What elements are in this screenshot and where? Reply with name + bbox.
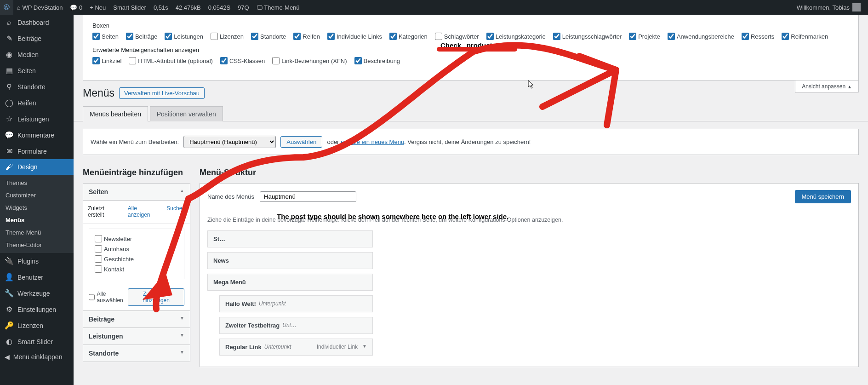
sidebar-item-reifen[interactable]: ◯Reifen bbox=[0, 95, 74, 111]
box-check-reifenmarken[interactable]: Reifenmarken bbox=[782, 33, 828, 40]
box-check-seiten[interactable]: Seiten bbox=[92, 33, 119, 40]
box-check-ressorts[interactable]: Ressorts bbox=[742, 33, 774, 40]
sidebar-item-werkzeuge[interactable]: 🔧Werkzeuge bbox=[0, 285, 74, 301]
live-preview-button[interactable]: Verwalten mit Live-Vorschau bbox=[119, 87, 205, 99]
sidebar-item-design[interactable]: 🖌Design bbox=[0, 159, 74, 175]
sidebar-item-lizenzen[interactable]: 🔑Lizenzen bbox=[0, 317, 74, 333]
sidebar-item-benutzer[interactable]: 👤Benutzer bbox=[0, 269, 74, 285]
adminbar-wp-logo[interactable]: Ⓦ bbox=[0, 0, 13, 15]
box-check-individuelle-links[interactable]: Individuelle Links bbox=[327, 33, 382, 40]
box-check-anwendungsbereiche[interactable]: Anwendungsbereiche bbox=[668, 33, 734, 40]
create-new-menu-link[interactable]: erstelle ein neues Menü bbox=[341, 138, 404, 145]
adminbar-site[interactable]: ⌂ WP DevStation bbox=[13, 0, 66, 15]
admin-sidebar: ⌕Dashboard✎Beiträge◉Medien▤Seiten⚲Stando… bbox=[0, 15, 74, 376]
sidebar-sub-theme-editor[interactable]: Theme-Editor bbox=[0, 239, 74, 251]
adminbar-comments[interactable]: 💬 0 bbox=[66, 0, 86, 15]
pages-tab-recent[interactable]: Zuletzt erstellt bbox=[83, 201, 123, 224]
box-check-beiträge[interactable]: Beiträge bbox=[126, 33, 157, 40]
menu-icon: 👤 bbox=[5, 273, 14, 282]
save-menu-button[interactable]: Menü speichern bbox=[795, 190, 851, 203]
tab-edit-menus[interactable]: Menüs bearbeiten bbox=[83, 106, 148, 121]
sidebar-sub-customizer[interactable]: Customizer bbox=[0, 189, 74, 201]
sidebar-sub-widgets[interactable]: Widgets bbox=[0, 201, 74, 214]
sidebar-item-leistungen[interactable]: ☆Leistungen bbox=[0, 111, 74, 127]
select-all-pages[interactable]: Alle auswählen bbox=[89, 291, 128, 304]
menu-item-bar[interactable]: St… bbox=[207, 230, 373, 247]
sidebar-item-dashboard[interactable]: ⌕Dashboard bbox=[0, 15, 74, 30]
menu-structure-heading: Menü-Struktur bbox=[200, 168, 859, 178]
menu-icon: ✉ bbox=[5, 147, 14, 155]
adv-check-link-beziehungen-(xfn)[interactable]: Link-Beziehungen (XFN) bbox=[272, 57, 347, 64]
boxes-legend: Boxen bbox=[92, 22, 849, 29]
accordion-services-head[interactable]: Leistungen▼ bbox=[83, 328, 190, 345]
adv-check-html-attribut-title-(optional)[interactable]: HTML-Attribut title (optional) bbox=[129, 57, 213, 64]
menu-icon: ✎ bbox=[5, 34, 14, 43]
box-check-standorte[interactable]: Standorte bbox=[251, 33, 286, 40]
sidebar-item-standorte[interactable]: ⚲Standorte bbox=[0, 79, 74, 95]
box-check-leistungskategorie[interactable]: Leistungskategorie bbox=[486, 33, 546, 40]
plus-icon: + bbox=[90, 4, 93, 11]
adminbar-perf3[interactable]: 0,0542S bbox=[205, 0, 234, 15]
sidebar-sub-themes[interactable]: Themes bbox=[0, 177, 74, 189]
menu-select[interactable]: Hauptmenü (Hauptmenü) bbox=[183, 136, 276, 148]
adminbar-perf1[interactable]: 0,51s bbox=[150, 0, 172, 15]
sidebar-item-plugins[interactable]: 🔌Plugins bbox=[0, 253, 74, 269]
home-icon: ⌂ bbox=[17, 4, 21, 11]
box-check-leistungen[interactable]: Leistungen bbox=[165, 33, 203, 40]
wordpress-icon: Ⓦ bbox=[4, 3, 10, 11]
menu-icon: ◐ bbox=[5, 337, 14, 346]
sidebar-item-beiträge[interactable]: ✎Beiträge bbox=[0, 30, 74, 46]
page-item-newsletter[interactable]: Newsletter bbox=[95, 234, 178, 244]
collapse-menu[interactable]: ◀ Menü einklappen bbox=[0, 350, 74, 364]
accordion-locations-head[interactable]: Standorte▼ bbox=[83, 345, 190, 362]
sidebar-sub-theme-menü[interactable]: Theme-Menü bbox=[0, 226, 74, 239]
menu-item-bar[interactable]: Hallo Welt!Unterpunkt bbox=[219, 295, 373, 312]
sidebar-item-smart slider[interactable]: ◐Smart Slider bbox=[0, 333, 74, 350]
screen-options-tab[interactable]: Ansicht anpassen▲ bbox=[795, 80, 859, 93]
box-check-leistungsschlagwörter[interactable]: Leistungsschlagwörter bbox=[553, 33, 622, 40]
menu-icon: 🔑 bbox=[5, 321, 14, 330]
menu-name-input[interactable] bbox=[260, 191, 356, 202]
comment-icon: 💬 bbox=[70, 4, 77, 11]
accordion-posts-head[interactable]: Beiträge▼ bbox=[83, 310, 190, 328]
adv-check-css-klassen[interactable]: CSS-Klassen bbox=[220, 57, 265, 64]
menu-item-bar[interactable]: News bbox=[207, 252, 373, 269]
select-button[interactable]: Auswählen bbox=[280, 136, 322, 148]
tab-manage-positions[interactable]: Positionen verwalten bbox=[150, 106, 223, 121]
sidebar-item-seiten[interactable]: ▤Seiten bbox=[0, 63, 74, 79]
add-to-menu-button[interactable]: Zum Menü hinzufügen bbox=[128, 288, 184, 306]
pages-tab-all[interactable]: Alle anzeigen bbox=[123, 201, 162, 224]
menu-item-bar[interactable]: Mega Menü bbox=[207, 274, 373, 291]
box-check-kategorien[interactable]: Kategorien bbox=[389, 33, 428, 40]
annotation-check-products: Check „products" here bbox=[440, 41, 516, 49]
sidebar-item-kommentare[interactable]: 💬Kommentare bbox=[0, 127, 74, 143]
page-item-autohaus[interactable]: Autohaus bbox=[95, 244, 178, 254]
sidebar-item-medien[interactable]: ◉Medien bbox=[0, 46, 74, 63]
box-check-projekte[interactable]: Projekte bbox=[629, 33, 660, 40]
chevron-down-icon[interactable]: ▼ bbox=[362, 344, 367, 351]
page-item-geschichte[interactable]: Geschichte bbox=[95, 254, 178, 264]
adminbar-perf4[interactable]: 97Q bbox=[234, 0, 253, 15]
adv-check-linkziel[interactable]: Linkziel bbox=[92, 57, 121, 64]
adminbar-smartslider[interactable]: Smart Slider bbox=[109, 0, 150, 15]
adminbar-perf2[interactable]: 42.476kB bbox=[172, 0, 205, 15]
page-item-kontakt[interactable]: Kontakt bbox=[95, 264, 178, 274]
cursor-icon bbox=[528, 80, 535, 89]
adminbar-new[interactable]: + Neu bbox=[86, 0, 109, 15]
box-check-reifen[interactable]: Reifen bbox=[293, 33, 320, 40]
sidebar-item-einstellungen[interactable]: ⚙Einstellungen bbox=[0, 301, 74, 317]
pages-tab-search[interactable]: Suchen bbox=[162, 201, 190, 224]
menu-icon: ◉ bbox=[5, 50, 14, 59]
menu-item-bar[interactable]: Zweiter TestbeitragUnt… bbox=[219, 317, 373, 334]
box-check-schlagwörter[interactable]: Schlagwörter bbox=[435, 33, 479, 40]
accordion-pages-head[interactable]: Seiten▲ bbox=[83, 184, 190, 201]
sidebar-item-formulare[interactable]: ✉Formulare bbox=[0, 143, 74, 159]
adv-check-beschreibung[interactable]: Beschreibung bbox=[354, 57, 400, 64]
sidebar-sub-menüs[interactable]: Menüs bbox=[0, 214, 74, 226]
add-items-heading: Menüeinträge hinzufügen bbox=[83, 168, 190, 178]
page-title: Menüs bbox=[83, 87, 114, 99]
box-check-lizenzen[interactable]: Lizenzen bbox=[211, 33, 244, 40]
adminbar-thememenu[interactable]: 🖵 Theme-Menü bbox=[253, 0, 303, 15]
adminbar-user[interactable]: Willkommen, Tobias bbox=[793, 0, 864, 15]
menu-item-bar[interactable]: Regular LinkUnterpunktIndividueller Link… bbox=[219, 339, 373, 356]
